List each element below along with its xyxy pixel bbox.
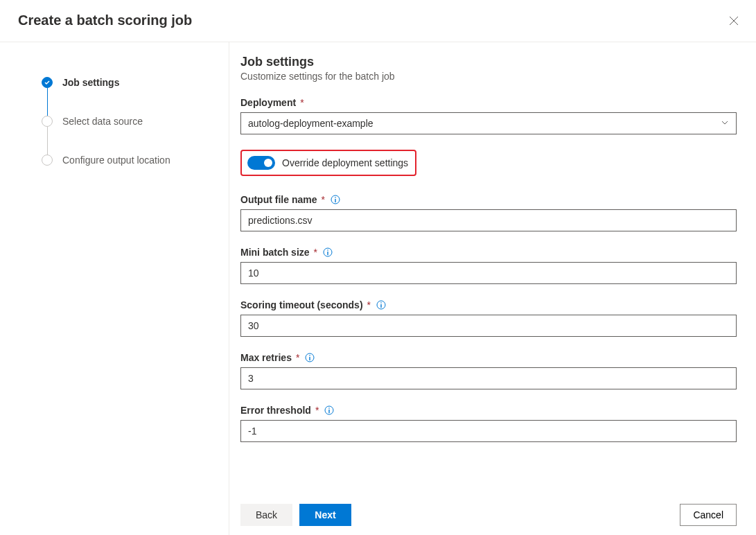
field-label: Mini batch size * — [240, 247, 737, 258]
section-title: Job settings — [240, 55, 737, 69]
step-pending-icon — [42, 155, 53, 166]
step-connector — [47, 88, 48, 116]
override-toggle[interactable] — [247, 156, 275, 170]
required-asterisk: * — [315, 405, 319, 416]
label-text: Mini batch size — [240, 247, 310, 258]
content-wrap: Job settings Customize settings for the … — [229, 42, 756, 535]
label-text: Error threshold — [240, 405, 311, 416]
info-icon[interactable] — [331, 195, 340, 204]
deployment-select[interactable]: autolog-deployment-example — [240, 112, 737, 134]
svg-point-7 — [380, 302, 382, 304]
required-asterisk: * — [321, 194, 324, 205]
toggle-knob — [264, 159, 272, 167]
svg-point-13 — [329, 407, 331, 409]
step-job-settings[interactable]: Job settings — [42, 77, 215, 88]
svg-point-1 — [335, 197, 336, 198]
info-icon[interactable] — [323, 247, 333, 257]
svg-rect-2 — [335, 199, 335, 202]
next-button[interactable]: Next — [299, 504, 351, 526]
back-button[interactable]: Back — [240, 504, 292, 526]
dialog-title: Create a batch scoring job — [18, 12, 738, 28]
required-asterisk: * — [300, 97, 304, 108]
max-retries-input[interactable] — [240, 367, 737, 389]
field-output-file-name: Output file name * — [240, 194, 737, 231]
field-label: Max retries * — [240, 352, 737, 363]
close-button[interactable] — [723, 10, 745, 32]
label-text: Deployment — [240, 97, 296, 108]
required-asterisk: * — [367, 299, 371, 310]
step-label: Job settings — [62, 77, 119, 88]
svg-rect-11 — [310, 357, 310, 360]
field-label: Deployment * — [240, 97, 737, 108]
step-select-data-source[interactable]: Select data source — [42, 116, 215, 127]
override-toggle-row: Override deployment settings — [240, 150, 416, 176]
svg-rect-8 — [380, 304, 381, 308]
step-label: Select data source — [62, 116, 143, 127]
mini-batch-input[interactable] — [240, 262, 737, 284]
required-asterisk: * — [296, 352, 299, 363]
svg-rect-5 — [327, 252, 328, 255]
step-configure-output-location[interactable]: Configure output location — [42, 155, 215, 166]
output-file-input[interactable] — [240, 209, 737, 231]
field-label: Output file name * — [240, 194, 737, 205]
svg-point-4 — [327, 249, 328, 251]
wizard-sidebar: Job settings Select data source Configur… — [0, 42, 229, 535]
field-error-threshold: Error threshold * — [240, 405, 737, 442]
label-text: Max retries — [240, 352, 292, 363]
close-icon — [729, 16, 739, 26]
dialog-footer: Back Next Cancel — [229, 494, 756, 535]
required-asterisk: * — [314, 247, 317, 258]
cancel-button[interactable]: Cancel — [680, 504, 737, 526]
footer-left: Back Next — [240, 504, 351, 526]
step-pending-icon — [42, 116, 53, 127]
field-label: Scoring timeout (seconds) * — [240, 299, 737, 310]
dialog-body: Job settings Select data source Configur… — [0, 42, 756, 535]
svg-rect-14 — [329, 410, 330, 413]
field-mini-batch-size: Mini batch size * — [240, 247, 737, 284]
dialog-header: Create a batch scoring job — [0, 0, 756, 42]
label-text: Scoring timeout (seconds) — [240, 299, 363, 310]
step-label: Configure output location — [62, 155, 170, 166]
label-text: Output file name — [240, 194, 317, 205]
field-scoring-timeout: Scoring timeout (seconds) * — [240, 299, 737, 337]
svg-point-10 — [310, 355, 311, 356]
select-value: autolog-deployment-example — [248, 118, 373, 129]
step-complete-icon — [42, 77, 53, 88]
step-connector — [47, 127, 48, 155]
info-icon[interactable] — [305, 353, 315, 362]
field-label: Error threshold * — [240, 405, 737, 416]
section-subtitle: Customize settings for the batch job — [240, 71, 737, 82]
error-threshold-input[interactable] — [240, 420, 737, 442]
field-max-retries: Max retries * — [240, 352, 737, 389]
toggle-label: Override deployment settings — [282, 157, 408, 168]
info-icon[interactable] — [376, 300, 386, 310]
scoring-timeout-input[interactable] — [240, 315, 737, 337]
content-scroll[interactable]: Job settings Customize settings for the … — [229, 42, 756, 494]
info-icon[interactable] — [324, 405, 334, 415]
field-deployment: Deployment * autolog-deployment-example — [240, 97, 737, 134]
chevron-down-icon — [721, 118, 729, 129]
